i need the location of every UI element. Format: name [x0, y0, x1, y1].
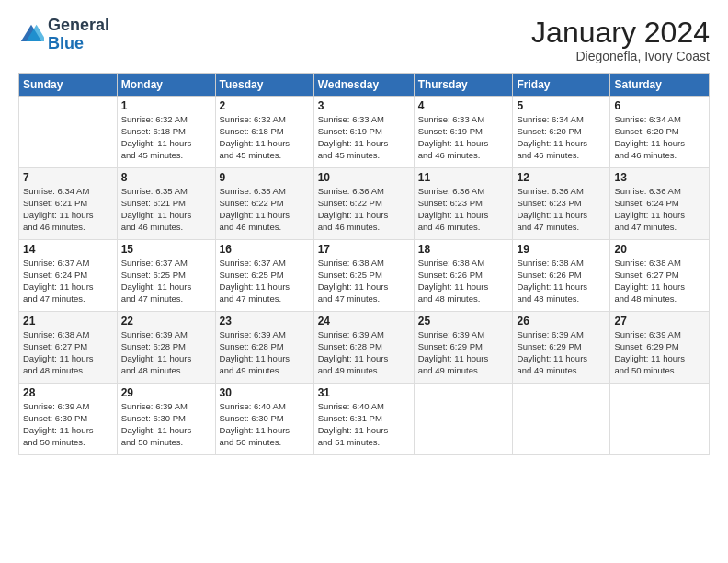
table-row: 24Sunrise: 6:39 AM Sunset: 6:28 PM Dayli… [313, 312, 414, 384]
day-number: 5 [517, 99, 606, 112]
col-sunday: Sunday [19, 74, 118, 97]
day-number: 23 [220, 315, 310, 327]
logo-text: General Blue [48, 17, 109, 53]
day-number: 4 [418, 99, 509, 112]
day-info: Sunrise: 6:36 AM Sunset: 6:24 PM Dayligh… [614, 186, 705, 233]
day-number: 20 [614, 243, 705, 256]
day-number: 2 [220, 99, 310, 112]
day-number: 24 [318, 315, 410, 327]
day-info: Sunrise: 6:35 AM Sunset: 6:21 PM Dayligh… [121, 186, 211, 233]
day-number: 30 [220, 386, 310, 399]
table-row: 29Sunrise: 6:39 AM Sunset: 6:30 PM Dayli… [117, 384, 215, 455]
table-row: 3Sunrise: 6:33 AM Sunset: 6:19 PM Daylig… [313, 97, 414, 168]
day-info: Sunrise: 6:32 AM Sunset: 6:18 PM Dayligh… [220, 114, 310, 161]
page: General Blue January 2024 Diegonefla, Iv… [0, 0, 728, 563]
table-row: 28Sunrise: 6:39 AM Sunset: 6:30 PM Dayli… [19, 384, 118, 455]
day-number: 12 [517, 171, 606, 184]
day-number: 7 [23, 171, 113, 184]
day-number: 1 [121, 99, 211, 112]
table-row: 18Sunrise: 6:38 AM Sunset: 6:26 PM Dayli… [414, 240, 513, 312]
day-info: Sunrise: 6:38 AM Sunset: 6:27 PM Dayligh… [614, 258, 705, 304]
col-friday: Friday [513, 74, 610, 97]
col-monday: Monday [117, 74, 215, 97]
table-row: 14Sunrise: 6:37 AM Sunset: 6:24 PM Dayli… [19, 240, 118, 312]
day-number: 19 [517, 243, 606, 256]
day-info: Sunrise: 6:35 AM Sunset: 6:22 PM Dayligh… [220, 186, 310, 233]
day-info: Sunrise: 6:34 AM Sunset: 6:21 PM Dayligh… [23, 186, 113, 233]
day-number: 18 [418, 243, 509, 256]
day-info: Sunrise: 6:37 AM Sunset: 6:25 PM Dayligh… [220, 258, 310, 304]
table-row: 16Sunrise: 6:37 AM Sunset: 6:25 PM Dayli… [215, 240, 313, 312]
table-row: 19Sunrise: 6:38 AM Sunset: 6:26 PM Dayli… [513, 240, 610, 312]
table-row: 30Sunrise: 6:40 AM Sunset: 6:30 PM Dayli… [215, 384, 313, 455]
day-number: 17 [318, 243, 410, 256]
table-row: 26Sunrise: 6:39 AM Sunset: 6:29 PM Dayli… [513, 312, 610, 384]
day-number: 11 [418, 171, 509, 184]
day-number: 13 [614, 171, 705, 184]
table-row [414, 384, 513, 455]
day-info: Sunrise: 6:36 AM Sunset: 6:22 PM Dayligh… [318, 186, 410, 233]
table-row: 20Sunrise: 6:38 AM Sunset: 6:27 PM Dayli… [610, 240, 710, 312]
day-number: 8 [121, 171, 211, 184]
table-row: 21Sunrise: 6:38 AM Sunset: 6:27 PM Dayli… [19, 312, 118, 384]
day-info: Sunrise: 6:38 AM Sunset: 6:27 PM Dayligh… [23, 329, 113, 376]
day-number: 28 [23, 386, 113, 399]
day-number: 14 [23, 243, 113, 256]
logo-icon [18, 22, 44, 48]
table-row: 15Sunrise: 6:37 AM Sunset: 6:25 PM Dayli… [117, 240, 215, 312]
day-number: 27 [614, 315, 705, 327]
day-info: Sunrise: 6:38 AM Sunset: 6:26 PM Dayligh… [418, 258, 509, 304]
col-thursday: Thursday [414, 74, 513, 97]
table-row [19, 97, 118, 168]
calendar-week-row: 1Sunrise: 6:32 AM Sunset: 6:18 PM Daylig… [19, 97, 710, 168]
table-row: 22Sunrise: 6:39 AM Sunset: 6:28 PM Dayli… [117, 312, 215, 384]
calendar-header-row: Sunday Monday Tuesday Wednesday Thursday… [19, 74, 710, 97]
table-row: 17Sunrise: 6:38 AM Sunset: 6:25 PM Dayli… [313, 240, 414, 312]
table-row: 11Sunrise: 6:36 AM Sunset: 6:23 PM Dayli… [414, 168, 513, 240]
calendar-week-row: 14Sunrise: 6:37 AM Sunset: 6:24 PM Dayli… [19, 240, 710, 312]
table-row: 7Sunrise: 6:34 AM Sunset: 6:21 PM Daylig… [19, 168, 118, 240]
table-row: 10Sunrise: 6:36 AM Sunset: 6:22 PM Dayli… [313, 168, 414, 240]
day-number: 15 [121, 243, 211, 256]
day-info: Sunrise: 6:36 AM Sunset: 6:23 PM Dayligh… [517, 186, 606, 233]
col-saturday: Saturday [610, 74, 710, 97]
day-info: Sunrise: 6:38 AM Sunset: 6:25 PM Dayligh… [318, 258, 410, 304]
day-info: Sunrise: 6:40 AM Sunset: 6:30 PM Dayligh… [220, 401, 310, 448]
table-row: 9Sunrise: 6:35 AM Sunset: 6:22 PM Daylig… [215, 168, 313, 240]
calendar-week-row: 28Sunrise: 6:39 AM Sunset: 6:30 PM Dayli… [19, 384, 710, 455]
table-row: 31Sunrise: 6:40 AM Sunset: 6:31 PM Dayli… [313, 384, 414, 455]
table-row: 4Sunrise: 6:33 AM Sunset: 6:19 PM Daylig… [414, 97, 513, 168]
calendar-week-row: 21Sunrise: 6:38 AM Sunset: 6:27 PM Dayli… [19, 312, 710, 384]
day-info: Sunrise: 6:34 AM Sunset: 6:20 PM Dayligh… [517, 114, 606, 161]
day-number: 22 [121, 315, 211, 327]
day-number: 3 [318, 99, 410, 112]
day-number: 26 [517, 315, 606, 327]
calendar-week-row: 7Sunrise: 6:34 AM Sunset: 6:21 PM Daylig… [19, 168, 710, 240]
day-info: Sunrise: 6:33 AM Sunset: 6:19 PM Dayligh… [318, 114, 410, 161]
logo: General Blue [18, 17, 109, 53]
table-row [513, 384, 610, 455]
day-info: Sunrise: 6:33 AM Sunset: 6:19 PM Dayligh… [418, 114, 509, 161]
col-wednesday: Wednesday [313, 74, 414, 97]
day-info: Sunrise: 6:39 AM Sunset: 6:29 PM Dayligh… [614, 329, 705, 376]
day-number: 9 [220, 171, 310, 184]
header: General Blue January 2024 Diegonefla, Iv… [18, 17, 710, 63]
table-row [610, 384, 710, 455]
logo-blue: Blue [48, 34, 84, 52]
day-info: Sunrise: 6:39 AM Sunset: 6:29 PM Dayligh… [517, 329, 606, 376]
logo-general: General [48, 16, 109, 34]
table-row: 27Sunrise: 6:39 AM Sunset: 6:29 PM Dayli… [610, 312, 710, 384]
location: Diegonefla, Ivory Coast [531, 49, 710, 63]
col-tuesday: Tuesday [215, 74, 313, 97]
day-info: Sunrise: 6:40 AM Sunset: 6:31 PM Dayligh… [318, 401, 410, 448]
calendar-table: Sunday Monday Tuesday Wednesday Thursday… [18, 73, 710, 455]
table-row: 6Sunrise: 6:34 AM Sunset: 6:20 PM Daylig… [610, 97, 710, 168]
table-row: 23Sunrise: 6:39 AM Sunset: 6:28 PM Dayli… [215, 312, 313, 384]
day-info: Sunrise: 6:39 AM Sunset: 6:28 PM Dayligh… [121, 329, 211, 376]
day-info: Sunrise: 6:39 AM Sunset: 6:28 PM Dayligh… [318, 329, 410, 376]
table-row: 8Sunrise: 6:35 AM Sunset: 6:21 PM Daylig… [117, 168, 215, 240]
day-number: 25 [418, 315, 509, 327]
month-title: January 2024 [531, 17, 710, 49]
day-number: 21 [23, 315, 113, 327]
day-info: Sunrise: 6:39 AM Sunset: 6:28 PM Dayligh… [220, 329, 310, 376]
